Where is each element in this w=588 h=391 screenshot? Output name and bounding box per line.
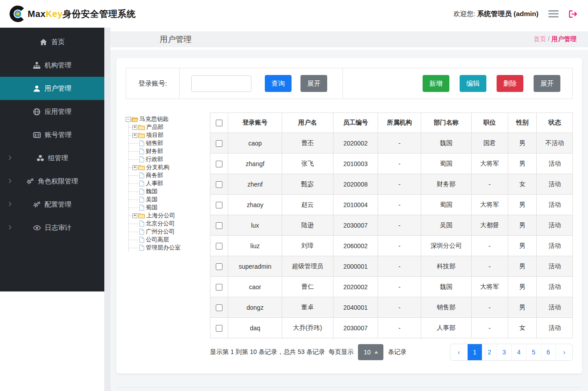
tree-node[interactable]: 魏国 [129,187,210,196]
tree-toggle-icon[interactable] [132,133,137,138]
cell: superadmin [228,256,282,277]
table-row[interactable]: daq大乔(乔玮)2030007-人事部-女活动 [210,318,573,338]
sidebar-item-user-mgmt[interactable]: 用户管理 [0,77,104,100]
tree-node-label: 吴国 [146,196,157,204]
globe-icon [33,108,41,116]
row-checkbox[interactable] [216,161,222,167]
row-checkbox[interactable] [216,304,222,311]
per-page-label: 每页显示 [329,348,354,356]
tree-node[interactable]: 广州分公司 [129,228,210,236]
row-checkbox[interactable] [216,325,222,332]
user-table: 登录账号用户名员工编号所属机构部门名称职位性别状态 caop曹丕2020002-… [210,112,573,338]
tree-node[interactable]: 产品部 [129,123,210,131]
select-all-checkbox[interactable] [216,120,222,126]
cell: 活动 [537,215,573,236]
cell: 甄宓 [282,174,333,195]
tree-toggle-icon[interactable] [132,125,137,130]
cell: 国君 [471,133,508,154]
page-prev[interactable]: ‹ [450,344,467,360]
query-button[interactable]: 查询 [265,75,292,92]
breadcrumb-home-link[interactable]: 首页 [534,35,546,42]
tree-node-label: 马克思钥匙 [140,115,169,123]
cell: - [378,174,421,195]
tree-toggle-icon[interactable] [126,117,131,122]
table-row[interactable]: superadmin超级管理员2000001-科技部-男活动 [210,256,573,277]
tree-toggle-icon[interactable] [132,213,137,218]
cell: 大将军 [471,277,508,297]
tree-node[interactable]: 销售部 [129,139,210,147]
tree-node[interactable]: 行政部 [129,155,210,163]
sidebar-item-role-perm[interactable]: 角色权限管理 [0,170,104,193]
sidebar-item-account-mgmt[interactable]: 账号管理 [0,123,104,146]
tree-node[interactable]: 人事部 [129,179,210,187]
tree-node[interactable]: 分支机构 [129,163,210,171]
cell: 男 [508,297,537,318]
delete-button[interactable]: 删除 [497,75,523,92]
row-checkbox[interactable] [216,181,222,188]
search-input[interactable] [191,75,251,92]
tree-node-label: 公司高层 [146,236,169,244]
cell: caor [228,277,282,297]
page-6[interactable]: 6 [541,344,555,360]
page-3[interactable]: 3 [497,344,511,360]
caret-up-icon [374,351,378,354]
sidebar-item-config-mgmt[interactable]: 配置管理 [0,193,104,216]
tree-node[interactable]: 公司高层 [129,236,210,244]
cell: 2020008 [333,174,378,195]
tree-toggle-icon[interactable] [132,165,137,170]
tree-node[interactable]: 项目部 [129,131,210,139]
menu-toggle-icon[interactable] [548,9,559,18]
add-button[interactable]: 新增 [423,75,449,92]
page-next[interactable]: › [555,344,572,360]
row-checkbox[interactable] [216,202,222,208]
logout-icon[interactable] [569,10,577,18]
page-1[interactable]: 1 [467,344,482,360]
tree-node[interactable]: 商务部 [129,171,210,179]
cell: - [378,215,421,236]
table-row[interactable]: dongz董卓2040001-销售部-男活动 [210,297,573,318]
brand-text: MaxKey身份安全管理系统 [28,8,136,20]
expand-toolbar-button[interactable]: 展开 [534,75,560,92]
tree-node[interactable]: 北京分公司 [129,220,210,228]
table-row[interactable]: zhaoy赵云2010004-蜀国大将军男活动 [210,195,573,215]
tree-node[interactable]: 蜀国 [129,204,210,212]
row-checkbox[interactable] [216,243,222,250]
cell: 男 [508,256,537,277]
main-panel: 登录账号: 查询 展开 新增 编辑 删除 展开 马克思钥匙产品部项 [111,50,588,391]
page-4[interactable]: 4 [511,344,526,360]
table-row[interactable]: lux陆逊2030007-吴国大都督男活动 [210,215,573,236]
row-checkbox[interactable] [216,284,222,291]
tree-node[interactable]: 吴国 [129,196,210,204]
tree-node-label: 人事部 [146,179,163,187]
tree-node[interactable]: 管理层办公室 [129,244,210,252]
tree-node[interactable]: 上海分公司 [129,212,210,220]
tree-node-label: 上海分公司 [146,212,175,220]
table-row[interactable]: zhangf张飞2010003-蜀国大将军男活动 [210,154,573,174]
sidebar-item-org-mgmt[interactable]: 机构管理 [0,54,104,77]
table-row[interactable]: caop曹丕2020002-魏国国君男不活动 [210,133,573,154]
welcome-text: 欢迎您: 系统管理员 (admin) [453,9,539,19]
tree-node[interactable]: 马克思钥匙 [126,115,210,123]
table-row[interactable]: zhenf甄宓2020008-财务部-女活动 [210,174,573,195]
app-logo[interactable]: MaxKey身份安全管理系统 [9,5,136,23]
sidebar-item-group-mgmt[interactable]: 组管理 [0,146,104,170]
row-checkbox[interactable] [216,140,222,147]
sidebar-item-audit-log[interactable]: 日志审计 [0,216,104,239]
cell: 2040001 [333,297,378,318]
table-row[interactable]: liuz刘璋2060002-深圳分公司-男活动 [210,236,573,256]
edit-button[interactable]: 编辑 [460,75,486,92]
tree-node-label: 广州分公司 [146,228,175,236]
table-row[interactable]: caor曹仁2020002-魏国大将军男活动 [210,277,573,297]
sidebar-item-app-mgmt[interactable]: 应用管理 [0,100,104,123]
tree-node[interactable]: 财务部 [129,147,210,155]
file-icon [139,229,144,235]
page-2[interactable]: 2 [482,344,497,360]
page-size-dropdown[interactable]: 10 [358,344,383,360]
row-checkbox[interactable] [216,263,222,270]
cell: 男 [508,154,537,174]
row-select-cell [210,318,228,338]
expand-search-button[interactable]: 展开 [300,75,327,92]
sidebar-item-home[interactable]: 首页 [0,30,104,54]
row-checkbox[interactable] [216,222,222,229]
page-5[interactable]: 5 [526,344,541,360]
